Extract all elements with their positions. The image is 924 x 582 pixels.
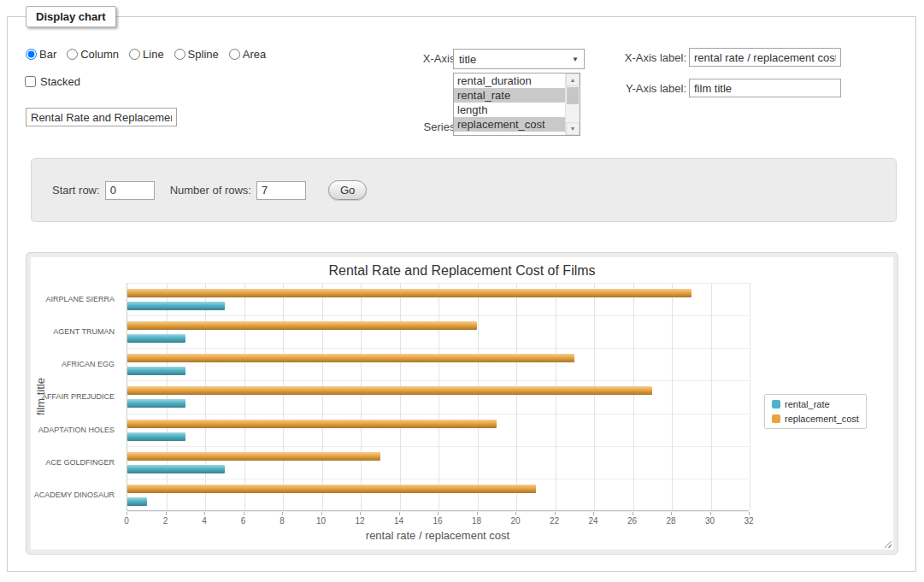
series-select-label: Series: [415, 121, 458, 133]
go-button[interactable]: Go [328, 180, 367, 200]
x-tick-label: 18 [472, 516, 481, 526]
bar-replacement_cost [127, 485, 536, 493]
legend-item-replacement_cost[interactable]: replacement_cost [772, 414, 859, 424]
scrollbar-track [566, 104, 580, 122]
category-labels: AIRPLANE SIERRAAGENT TRUMANAFRICAN EGGAF… [31, 283, 121, 511]
yaxis-label-field-label: Y-Axis label: [620, 82, 686, 95]
chart-legend: rental_ratereplacement_cost [764, 394, 867, 429]
bar-replacement_cost [127, 354, 574, 362]
chart-type-radio-line[interactable] [129, 49, 140, 60]
stacked-checkbox[interactable] [25, 76, 36, 87]
x-tick-label: 14 [394, 516, 403, 526]
x-tick-label: 30 [705, 516, 715, 526]
start-row-input[interactable] [105, 181, 155, 200]
display-chart-panel: Display chart BarColumnLineSplineArea St… [7, 16, 916, 572]
x-tick-label: 32 [744, 516, 753, 526]
chart-type-label: Column [80, 48, 119, 61]
chart-title: Rental Rate and Replacement Cost of Film… [31, 263, 893, 279]
series-option-length[interactable]: length [454, 103, 565, 117]
x-tick-label: 24 [588, 516, 597, 526]
x-tick-label: 22 [550, 516, 559, 526]
chart-type-area: Area [229, 48, 266, 61]
category-label: ADAPTATION HOLES [31, 414, 120, 446]
scrollbar-thumb[interactable] [567, 87, 579, 104]
chart-type-label: Line [143, 48, 164, 61]
x-tick-labels: 02468101214161820222426283032 [127, 516, 749, 526]
bar-replacement_cost [127, 386, 652, 395]
bar-rental_rate [127, 432, 185, 441]
chart-type-label: Spline [188, 48, 219, 61]
legend-label: rental_rate [785, 399, 830, 409]
chart-type-label: Bar [39, 48, 56, 61]
num-rows-input[interactable] [256, 181, 306, 200]
plot-area [127, 283, 749, 511]
x-tick-label: 4 [202, 516, 207, 526]
stacked-label: Stacked [40, 75, 80, 88]
legend-label: replacement_cost [785, 414, 859, 424]
x-tick-label: 2 [163, 516, 168, 526]
bar-rental_rate [127, 334, 185, 343]
category-label: AFFAIR PREJUDICE [31, 380, 120, 413]
x-tick-label: 8 [280, 516, 285, 526]
bar-rental_rate [127, 465, 225, 473]
x-tick-label: 26 [627, 516, 637, 526]
x-axis-title: rental rate / replacement cost [127, 529, 749, 542]
chart-type-radio-spline[interactable] [174, 49, 185, 60]
xaxis-selected-value: title [459, 53, 476, 66]
legend-item-rental_rate[interactable]: rental_rate [772, 399, 859, 409]
x-tick-label: 28 [666, 516, 675, 526]
series-option-replacement_cost[interactable]: replacement_cost [454, 117, 565, 132]
chart-type-column: Column [67, 48, 119, 61]
category-label: AFRICAN EGG [31, 348, 120, 380]
chart-panel: Rental Rate and Replacement Cost of Film… [26, 252, 898, 555]
bar-replacement_cost [127, 321, 477, 330]
chart-type-spline: Spline [174, 48, 219, 61]
legend-swatch [772, 400, 780, 409]
panel-legend: Display chart [26, 6, 116, 27]
chevron-down-icon: ▼ [572, 56, 579, 63]
xaxis-label-input[interactable] [689, 48, 841, 67]
category-label: ACE GOLDFINGER [31, 446, 120, 479]
series-options: rental_durationrental_ratelengthreplacem… [454, 73, 565, 135]
legend-swatch [772, 414, 780, 423]
chart-type-bar: Bar [26, 48, 56, 61]
chart: Rental Rate and Replacement Cost of Film… [31, 257, 893, 550]
bar-rental_rate [127, 399, 185, 408]
category-label: ACADEMY DINOSAUR [31, 479, 120, 511]
x-tick-label: 12 [355, 516, 364, 526]
listbox-scrollbar[interactable]: ▲ ▼ [565, 73, 580, 135]
scroll-up-icon[interactable]: ▲ [566, 73, 580, 86]
chart-title-input[interactable] [26, 108, 177, 126]
chart-type-radio-column[interactable] [67, 49, 78, 60]
x-tick-label: 6 [241, 516, 246, 526]
resize-handle-icon[interactable] [882, 538, 892, 548]
bar-rental_rate [127, 302, 225, 310]
x-tick-label: 16 [433, 516, 442, 526]
chart-type-radio-area[interactable] [229, 49, 240, 60]
chart-type-radio-bar[interactable] [26, 49, 37, 60]
series-option-rental_rate[interactable]: rental_rate [454, 88, 565, 103]
row-controls-panel: Start row: Number of rows: Go [31, 158, 897, 222]
bar-rental_rate [127, 497, 147, 506]
xaxis-select-label: X-Axis: [415, 52, 458, 65]
x-tick-label: 10 [316, 516, 326, 526]
bar-replacement_cost [127, 452, 380, 461]
xaxis-select[interactable]: title ▼ [453, 49, 585, 69]
stacked-option: Stacked [25, 75, 80, 88]
category-label: AIRPLANE SIERRA [31, 283, 120, 315]
series-option-rental_duration[interactable]: rental_duration [454, 73, 565, 88]
chart-type-line: Line [129, 48, 164, 61]
scroll-down-icon[interactable]: ▼ [566, 122, 580, 135]
bar-replacement_cost [127, 420, 497, 428]
x-tick-label: 20 [510, 516, 520, 526]
x-tick-label: 0 [124, 516, 129, 526]
yaxis-label-input[interactable] [689, 79, 841, 97]
start-row-label: Start row: [52, 184, 100, 197]
xaxis-label-field-label: X-Axis label: [620, 51, 686, 64]
bar-replacement_cost [127, 289, 692, 297]
chart-type-label: Area [243, 48, 266, 61]
bar-rental_rate [127, 367, 185, 375]
num-rows-label: Number of rows: [170, 184, 251, 197]
series-listbox[interactable]: rental_durationrental_ratelengthreplacem… [453, 73, 580, 136]
chart-type-options: BarColumnLineSplineArea [26, 48, 266, 61]
